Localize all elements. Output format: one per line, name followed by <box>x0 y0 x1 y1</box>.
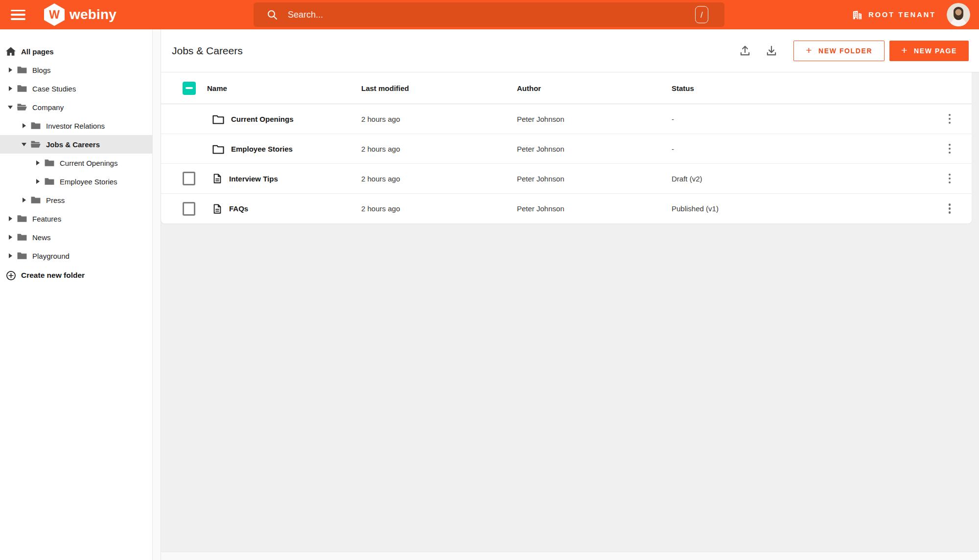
sidebar-item-current-openings[interactable]: Current Openings <box>0 154 152 172</box>
table-row-interview-tips[interactable]: Interview Tips2 hours agoPeter JohnsonDr… <box>161 164 972 194</box>
search-icon <box>266 9 278 21</box>
row-name[interactable]: FAQs <box>207 203 361 214</box>
column-header-status[interactable]: Status <box>672 84 928 92</box>
download-icon <box>765 45 778 57</box>
column-header-last-modified[interactable]: Last modified <box>361 84 517 92</box>
building-icon <box>852 9 863 21</box>
row-name-label: Current Openings <box>231 115 294 123</box>
webiny-logo[interactable]: W webiny <box>44 3 117 26</box>
page-title: Jobs & Careers <box>172 45 243 57</box>
row-name[interactable]: Interview Tips <box>207 173 361 184</box>
chevron-right-icon[interactable] <box>21 198 27 202</box>
new-page-button[interactable]: + NEW PAGE <box>889 41 969 61</box>
chevron-right-icon[interactable] <box>7 235 14 240</box>
sidebar-item-label: Investor Relations <box>46 122 105 130</box>
menu-button[interactable] <box>11 10 25 20</box>
webiny-page-manager: W webiny / ROOT TENA <box>0 0 979 560</box>
sidebar-item-blogs[interactable]: Blogs <box>0 61 152 79</box>
select-all-checkbox[interactable] <box>183 82 196 95</box>
chevron-right-icon[interactable] <box>7 253 14 258</box>
import-button[interactable] <box>735 41 755 61</box>
row-author: Peter Johnson <box>517 115 672 123</box>
folder-icon <box>44 177 55 186</box>
page-icon <box>212 173 223 184</box>
header-actions: + NEW FOLDER + NEW PAGE <box>735 41 969 61</box>
column-header-author[interactable]: Author <box>517 84 672 92</box>
new-folder-button[interactable]: + NEW FOLDER <box>793 41 885 61</box>
search-input[interactable] <box>288 10 685 20</box>
pages-table: Name Last modified Author Status Current… <box>161 72 972 224</box>
export-button[interactable] <box>761 41 782 61</box>
table-row-employee-stories[interactable]: Employee Stories2 hours agoPeter Johnson… <box>161 134 972 164</box>
table-row-faqs[interactable]: FAQs2 hours agoPeter JohnsonPublished (v… <box>161 194 972 224</box>
user-avatar[interactable] <box>947 3 970 26</box>
row-last-modified: 2 hours ago <box>361 145 517 153</box>
column-header-name[interactable]: Name <box>207 84 361 92</box>
sidebar-item-news[interactable]: News <box>0 228 152 246</box>
folder-icon <box>17 214 27 223</box>
sidebar-item-case-studies[interactable]: Case Studies <box>0 79 152 98</box>
table-row-current-openings[interactable]: Current Openings2 hours agoPeter Johnson… <box>161 104 972 134</box>
table-body: Current Openings2 hours agoPeter Johnson… <box>161 104 972 224</box>
chevron-right-icon[interactable] <box>7 86 14 91</box>
row-actions-menu-button[interactable] <box>945 200 955 218</box>
tenant-selector[interactable]: ROOT TENANT <box>852 9 936 21</box>
row-checkbox[interactable] <box>183 202 195 216</box>
tenant-label: ROOT TENANT <box>868 11 936 19</box>
row-checkbox[interactable] <box>183 172 195 185</box>
folder-open-icon <box>17 103 27 112</box>
row-actions-menu-button[interactable] <box>945 170 955 188</box>
folder-tree: BlogsCase StudiesCompanyInvestor Relatio… <box>0 61 152 265</box>
chevron-down-icon[interactable] <box>7 106 14 109</box>
chevron-right-icon[interactable] <box>7 216 14 221</box>
sidebar-item-playground[interactable]: Playground <box>0 246 152 265</box>
folder-sidebar: All pages BlogsCase StudiesCompanyInvest… <box>0 29 152 560</box>
create-folder-label: Create new folder <box>21 271 85 280</box>
chevron-right-icon[interactable] <box>34 160 41 165</box>
row-actions-menu-button[interactable] <box>945 110 955 128</box>
page-header: Jobs & Careers + NEW FOLDER <box>161 29 979 72</box>
chevron-right-icon[interactable] <box>34 179 41 184</box>
keyboard-shortcut-badge: / <box>695 6 708 23</box>
sidebar-item-jobs-careers[interactable]: Jobs & Careers <box>0 135 152 154</box>
top-bar: W webiny / ROOT TENA <box>0 0 979 29</box>
sidebar-item-employee-stories[interactable]: Employee Stories <box>0 172 152 191</box>
sidebar-item-investor-relations[interactable]: Investor Relations <box>0 116 152 135</box>
row-author: Peter Johnson <box>517 175 672 183</box>
chevron-right-icon[interactable] <box>21 123 27 128</box>
row-actions-menu-button[interactable] <box>945 140 955 158</box>
row-name[interactable]: Current Openings <box>207 114 361 124</box>
folder-outline-icon <box>212 144 225 154</box>
row-status: Draft (v2) <box>672 175 928 183</box>
menu-icon <box>11 10 25 12</box>
create-new-folder-button[interactable]: Create new folder <box>0 266 152 285</box>
chevron-down-icon[interactable] <box>21 143 27 146</box>
sidebar-item-label: Press <box>46 197 65 204</box>
row-name[interactable]: Employee Stories <box>207 144 361 154</box>
horizontal-scrollbar[interactable] <box>161 552 979 560</box>
webiny-hexagon-icon: W <box>44 3 65 26</box>
sidebar-item-label: Current Openings <box>60 159 117 167</box>
content-area: Name Last modified Author Status Current… <box>161 72 979 560</box>
sidebar-item-features[interactable]: Features <box>0 209 152 228</box>
row-last-modified: 2 hours ago <box>361 204 517 213</box>
sidebar-scrollbar-track[interactable] <box>152 29 161 560</box>
sidebar-item-label: Playground <box>32 252 70 260</box>
row-name-label: Interview Tips <box>229 175 278 183</box>
search-bar[interactable]: / <box>254 2 724 27</box>
plus-icon: + <box>806 45 813 55</box>
sidebar-item-company[interactable]: Company <box>0 98 152 116</box>
sidebar-item-press[interactable]: Press <box>0 191 152 209</box>
chevron-right-icon[interactable] <box>7 67 14 72</box>
sidebar-item-label: Employee Stories <box>60 178 117 185</box>
plus-icon: + <box>901 45 908 55</box>
row-author: Peter Johnson <box>517 145 672 153</box>
row-last-modified: 2 hours ago <box>361 175 517 183</box>
folder-icon <box>44 158 55 167</box>
folder-icon <box>30 196 41 204</box>
sidebar-item-all-pages[interactable]: All pages <box>0 42 152 61</box>
sidebar-item-label: Case Studies <box>32 85 76 92</box>
row-status: Published (v1) <box>672 204 928 213</box>
row-name-label: FAQs <box>229 204 248 213</box>
row-author: Peter Johnson <box>517 204 672 213</box>
